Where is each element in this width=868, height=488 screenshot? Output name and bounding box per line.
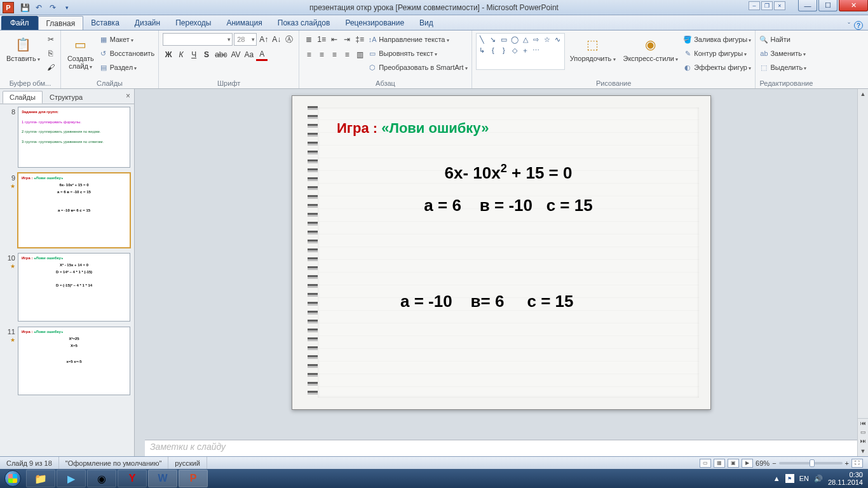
align-center-icon[interactable]: ≡ <box>316 48 327 61</box>
zoom-in-icon[interactable]: + <box>845 459 849 467</box>
notes-pane[interactable]: Заметки к слайду <box>145 440 858 456</box>
format-painter-icon[interactable]: 🖌 <box>45 61 57 74</box>
vertical-scrollbar[interactable]: ▲ ⏮ ▭ ⏭ ▼ <box>857 89 868 456</box>
pane-tab-slides[interactable]: Слайды <box>3 91 43 104</box>
help-icon[interactable]: ? <box>854 21 863 30</box>
shape-plus-icon[interactable]: ＋ <box>521 46 530 55</box>
tab-review[interactable]: Рецензирование <box>337 16 412 30</box>
line-spacing-icon[interactable]: ‡≡ <box>354 33 365 46</box>
reset-button[interactable]: ↺Восстановить <box>99 47 154 60</box>
maximize-button[interactable]: ☐ <box>818 0 837 11</box>
tab-animations[interactable]: Анимация <box>219 16 269 30</box>
shape-rect-icon[interactable]: ▭ <box>499 35 508 44</box>
tab-slideshow[interactable]: Показ слайдов <box>270 16 338 30</box>
scroll-down-icon[interactable]: ▼ <box>858 446 868 456</box>
shape-more-icon[interactable]: ⋯ <box>532 46 541 55</box>
taskbar-player[interactable]: ▶ <box>57 470 86 487</box>
shape-ellipse-icon[interactable]: ◯ <box>510 35 519 44</box>
mdi-minimize-icon[interactable]: – <box>749 1 760 10</box>
prev-slide-icon[interactable]: ⏮ <box>858 419 868 428</box>
new-slide-button[interactable]: ▭ Создать слайд <box>65 33 97 72</box>
tab-design[interactable]: Дизайн <box>127 16 168 30</box>
shape-fill-button[interactable]: 🪣Заливка фигуры <box>683 33 751 46</box>
cut-icon[interactable]: ✂ <box>45 33 57 46</box>
bullets-icon[interactable]: ≣ <box>303 33 315 46</box>
close-button[interactable]: ✕ <box>839 0 868 11</box>
slide[interactable]: Игра : «Лови ошибку» 6x- 10x2 + 15 = 0 a… <box>292 95 711 410</box>
shape-curve-icon[interactable]: ∿ <box>553 35 562 44</box>
strike-icon[interactable]: abc <box>214 48 228 61</box>
view-reading-icon[interactable]: ▣ <box>728 459 739 468</box>
taskbar-explorer[interactable]: 📁 <box>26 470 55 487</box>
select-button[interactable]: ⬚Выделить <box>759 61 806 74</box>
scroll-track[interactable] <box>858 99 868 418</box>
taskbar-powerpoint[interactable]: P <box>179 470 208 487</box>
shape-triangle-icon[interactable]: △ <box>521 35 530 44</box>
slide-canvas[interactable]: Игра : «Лови ошибку» 6x- 10x2 + 15 = 0 a… <box>135 89 868 436</box>
scroll-up-icon[interactable]: ▲ <box>858 89 868 99</box>
view-normal-icon[interactable]: ▭ <box>700 459 711 468</box>
numbering-icon[interactable]: 1≡ <box>316 33 327 46</box>
qat-more-icon[interactable]: ▾ <box>61 2 72 13</box>
tray-volume-icon[interactable]: 🔊 <box>814 475 823 483</box>
shrink-font-icon[interactable]: A↓ <box>271 33 282 46</box>
text-direction-button[interactable]: ↕AНаправление текста <box>368 33 468 46</box>
fit-to-window-icon[interactable]: ⛶ <box>851 459 863 468</box>
view-sorter-icon[interactable]: ▦ <box>714 459 725 468</box>
thumb-9[interactable]: 9★ Игра : «Лови ошибку» 6x- 10x² + 15 = … <box>4 173 130 248</box>
case-icon[interactable]: Aa <box>243 48 255 61</box>
paste-button[interactable]: 📋 Вставить <box>4 33 43 64</box>
tab-transitions[interactable]: Переходы <box>168 16 219 30</box>
shapes-gallery[interactable]: ╲↘▭◯△⇨☆ ∿↳{}◇＋⋯ <box>476 33 565 70</box>
shape-connector-icon[interactable]: ↳ <box>478 46 487 55</box>
pane-tab-outline[interactable]: Структура <box>43 91 90 104</box>
layout-button[interactable]: ▦Макет <box>99 33 154 46</box>
thumb-8-preview[interactable]: Задание для групп: 1 группа- группироват… <box>18 107 130 168</box>
clear-format-icon[interactable]: Ⓐ <box>283 33 295 46</box>
align-right-icon[interactable]: ≡ <box>329 48 340 61</box>
italic-icon[interactable]: К <box>175 48 187 61</box>
undo-icon[interactable]: ↶ <box>33 2 44 13</box>
minimize-button[interactable]: — <box>798 0 817 11</box>
tray-more-icon[interactable]: ▲ <box>773 475 780 482</box>
thumb-11[interactable]: 11★ Игра : «Лови ошибку» X²=25 X=5 x=5 x… <box>4 327 130 395</box>
save-icon[interactable]: 💾 <box>19 2 31 13</box>
inc-indent-icon[interactable]: ⇥ <box>341 33 353 46</box>
shape-arrow-icon[interactable]: ↘ <box>489 35 498 44</box>
grow-font-icon[interactable]: A↑ <box>258 33 269 46</box>
shape-outline-button[interactable]: ✎Контур фигуры <box>683 47 751 60</box>
align-text-button[interactable]: ▭Выровнять текст <box>368 47 468 60</box>
replace-button[interactable]: abЗаменить <box>759 47 806 60</box>
shadow-icon[interactable]: S <box>201 48 212 61</box>
action-center-icon[interactable]: ⚑ <box>785 474 794 483</box>
slide-menu-icon[interactable]: ▭ <box>858 428 868 437</box>
shape-arrow2-icon[interactable]: ⇨ <box>532 35 541 44</box>
mdi-restore-icon[interactable]: ❐ <box>761 1 773 10</box>
justify-icon[interactable]: ≡ <box>341 48 353 61</box>
section-button[interactable]: ▤Раздел <box>99 61 154 74</box>
thumb-11-preview[interactable]: Игра : «Лови ошибку» X²=25 X=5 x=5 x=-5 <box>18 327 130 395</box>
underline-icon[interactable]: Ч <box>188 48 200 61</box>
tray-clock[interactable]: 0:30 28.11.2014 <box>828 471 863 486</box>
zoom-thumb[interactable] <box>810 459 815 467</box>
thumb-10[interactable]: 10★ Игра : «Лови ошибку» X² - 15x + 14 =… <box>4 253 130 322</box>
shape-brace2-icon[interactable]: } <box>499 46 508 55</box>
zoom-slider[interactable] <box>779 462 843 464</box>
copy-icon[interactable]: ⎘ <box>45 47 57 60</box>
taskbar-chrome[interactable]: ◉ <box>87 470 116 487</box>
find-button[interactable]: 🔍Найти <box>759 33 806 46</box>
bold-icon[interactable]: Ж <box>163 48 174 61</box>
start-button[interactable] <box>0 469 25 488</box>
status-language[interactable]: русский <box>168 457 207 469</box>
arrange-button[interactable]: ⬚ Упорядочить <box>567 33 618 64</box>
pane-close-icon[interactable]: × <box>126 92 130 100</box>
tab-file[interactable]: Файл <box>1 16 38 30</box>
zoom-out-icon[interactable]: − <box>772 459 776 467</box>
taskbar-word[interactable]: W <box>148 470 177 487</box>
font-family-combo[interactable] <box>163 33 233 46</box>
view-slideshow-icon[interactable]: ▶ <box>742 459 753 468</box>
shape-line-icon[interactable]: ╲ <box>478 35 487 44</box>
tab-view[interactable]: Вид <box>412 16 441 30</box>
thumb-9-preview[interactable]: Игра : «Лови ошибку» 6x- 10x² + 15 = 0 a… <box>18 173 130 248</box>
thumb-8[interactable]: 8 Задание для групп: 1 группа- группиров… <box>4 107 130 168</box>
